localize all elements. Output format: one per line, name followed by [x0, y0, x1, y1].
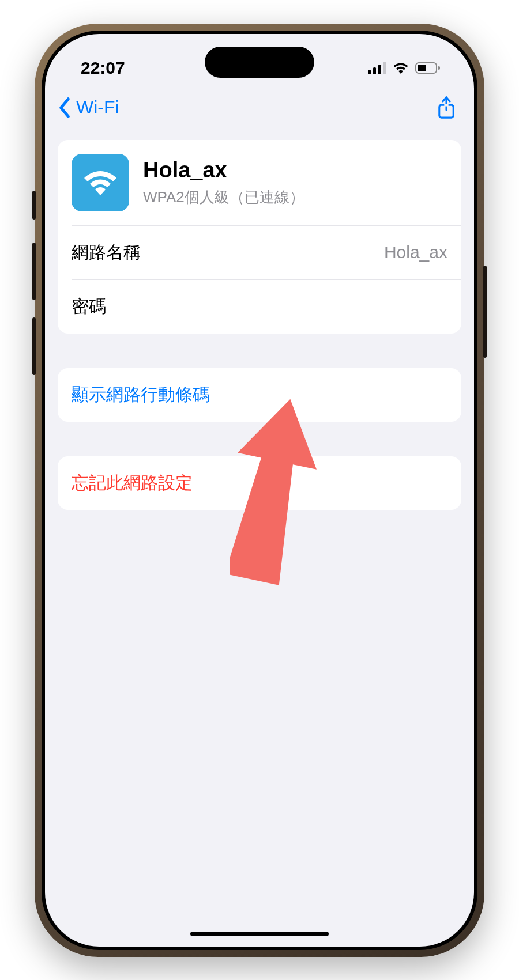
wifi-tile-icon — [72, 154, 129, 211]
side-button-volume-up — [32, 243, 36, 300]
wifi-glyph-icon — [81, 168, 120, 198]
share-button[interactable] — [435, 95, 458, 120]
wifi-icon — [392, 62, 409, 74]
action-label: 忘記此網路設定 — [72, 473, 193, 492]
svg-rect-5 — [418, 65, 426, 71]
battery-icon — [415, 62, 441, 74]
network-name: Hola_ax — [143, 157, 304, 184]
side-button-silence — [32, 191, 36, 220]
svg-rect-0 — [368, 70, 371, 74]
svg-rect-1 — [373, 67, 376, 74]
svg-rect-2 — [378, 65, 381, 74]
dynamic-island — [205, 47, 314, 78]
side-button-volume-down — [32, 317, 36, 375]
show-qr-button[interactable]: 顯示網路行動條碼 — [58, 368, 461, 422]
nav-bar: Wi-Fi — [45, 86, 474, 134]
chevron-left-icon — [57, 97, 73, 119]
svg-rect-6 — [438, 66, 440, 70]
network-subtitle: WPA2個人級（已連線） — [143, 187, 304, 207]
network-header: Hola_ax WPA2個人級（已連線） — [58, 140, 461, 225]
row-network-name[interactable]: 網路名稱 Hola_ax — [58, 226, 461, 279]
row-password[interactable]: 密碼 — [58, 280, 461, 334]
svg-rect-3 — [383, 62, 386, 74]
forget-network-button[interactable]: 忘記此網路設定 — [58, 456, 461, 510]
home-indicator[interactable] — [190, 932, 329, 936]
phone-frame: 22:07 — [35, 24, 484, 957]
network-card: Hola_ax WPA2個人級（已連線） 網路名稱 Hola_ax 密碼 — [58, 140, 461, 334]
row-label: 密碼 — [72, 295, 106, 319]
back-label: Wi-Fi — [76, 97, 119, 118]
row-label: 網路名稱 — [72, 241, 141, 264]
status-time: 22:07 — [81, 58, 125, 78]
screen: 22:07 — [45, 34, 474, 947]
network-info: Hola_ax WPA2個人級（已連線） — [143, 157, 304, 207]
back-button[interactable]: Wi-Fi — [57, 97, 119, 119]
svg-rect-9 — [444, 104, 448, 106]
cellular-icon — [368, 62, 386, 74]
row-value: Hola_ax — [384, 243, 447, 262]
action-label: 顯示網路行動條碼 — [72, 385, 210, 404]
phone-inner: 22:07 — [42, 31, 477, 950]
content: Hola_ax WPA2個人級（已連線） 網路名稱 Hola_ax 密碼 — [45, 140, 474, 510]
status-icons — [368, 62, 441, 74]
side-button-power — [483, 266, 487, 358]
